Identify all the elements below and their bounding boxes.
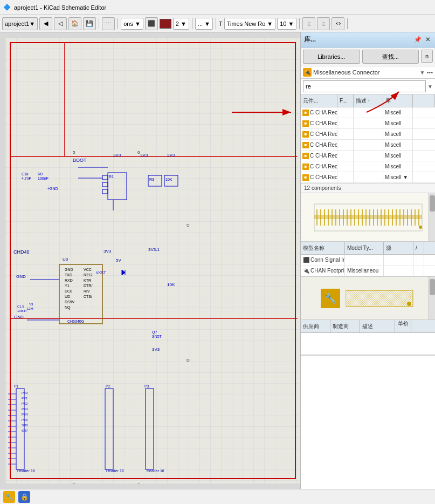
cell-lib-4: Miscell <box>383 151 413 161</box>
libraries-button[interactable]: Libraries... <box>303 50 360 64</box>
model-row-0[interactable]: ⬛ Conn Signal Integ <box>301 255 435 265</box>
layer-icon[interactable]: ⬛ <box>145 17 158 30</box>
supplier-col-description[interactable]: 描述 <box>360 320 395 332</box>
close-button[interactable]: ✕ <box>423 36 432 44</box>
font-size-dropdown[interactable]: 10 ▼ <box>277 18 296 30</box>
cell-lib-2: Miscell <box>383 129 413 139</box>
undo-btn[interactable]: ◀ <box>39 17 52 30</box>
3d-preview-scrollbar[interactable] <box>429 277 435 319</box>
svg-text:Header 16: Header 16 <box>17 469 35 473</box>
svg-point-128 <box>419 226 422 229</box>
svg-text:SR7: SR7 <box>22 429 28 432</box>
model-row-1[interactable]: 🔌 CHAN Footprint Miscellaneou <box>301 265 435 276</box>
svg-text:R0: R0 <box>38 172 43 176</box>
svg-text:Q7: Q7 <box>152 330 157 335</box>
table-row[interactable]: ■ C CHA Receptacle He Miscell <box>301 118 435 129</box>
table-row[interactable]: ■ C CHA Receptacle He Miscell <box>301 129 435 140</box>
table-row[interactable]: ■ C CHA Receptacle He Miscell ▼ <box>301 172 435 183</box>
schematic-canvas-area[interactable]: BOOT CHD40 R1 R3 10K <box>0 32 300 489</box>
table-row[interactable]: ■ C CHA Receptacle He Miscell <box>301 140 435 151</box>
svg-rect-127 <box>314 215 422 219</box>
align-left-btn[interactable]: ≡ <box>302 17 315 30</box>
supplier-body <box>301 333 435 355</box>
col-description-label: 描述 <box>356 97 367 105</box>
svg-text:100nF: 100nF <box>38 176 49 180</box>
model-col-source[interactable]: 源 <box>384 242 413 254</box>
comp-name-1: C CHA Receptacle He <box>310 120 337 126</box>
component-count: 12 components <box>301 183 435 193</box>
svg-text:GND: GND <box>65 268 73 271</box>
table-row[interactable]: ■ C CHA Receptacle He Miscell <box>301 107 435 118</box>
preview-scrollbar[interactable] <box>429 193 435 241</box>
col-header-description[interactable]: 描述 ↑ <box>354 94 383 107</box>
table-row[interactable]: ■ C CHA Receptacle He Miscell <box>301 151 435 161</box>
col-header-footprint[interactable]: F... <box>337 94 354 107</box>
library-more-btn[interactable]: ••• <box>426 69 433 76</box>
svg-point-131 <box>407 302 411 306</box>
model-col-type[interactable]: Model Ty... <box>345 242 384 254</box>
svg-text:5: 5 <box>73 482 75 483</box>
menu-item-1[interactable]: ons ▼ <box>121 18 143 30</box>
color-swatch[interactable] <box>160 19 171 29</box>
menu-more[interactable]: ⋯ <box>102 17 115 30</box>
mirror-btn[interactable]: ⇔ <box>332 17 344 30</box>
col-header-library[interactable]: 库 <box>383 94 413 107</box>
layer-num[interactable]: 2 ▼ <box>173 18 189 30</box>
toolbar-dropdown-1[interactable]: aproject1▼ <box>2 17 38 30</box>
supplier-col-price[interactable]: 单价 <box>395 320 411 332</box>
cell-desc-1 <box>354 118 383 128</box>
font-dropdown[interactable]: Times New Ro ▼ <box>224 18 276 30</box>
supplier-col-supplier[interactable]: 供应商 <box>301 320 330 332</box>
extra-button[interactable]: n <box>421 50 433 63</box>
dots-label: ... <box>198 21 203 27</box>
supplier-col-manufacturer[interactable]: 制造商 <box>330 320 360 332</box>
svg-text:R1: R1 <box>109 175 114 179</box>
preview-scrollbar-thumb[interactable] <box>430 195 435 212</box>
search-dropdown-arrow[interactable]: ▼ <box>427 84 433 90</box>
comp-icon-5: ■ <box>302 164 309 170</box>
model-cell-type-1: Miscellaneou <box>345 265 384 276</box>
font-size-label: 10 <box>280 21 286 27</box>
home-btn[interactable]: 🏠 <box>68 17 81 30</box>
svg-text:4.7nF: 4.7nF <box>22 176 31 180</box>
sep2 <box>118 18 118 29</box>
manufacturer-label: 制造商 <box>333 323 349 330</box>
svg-text:D: D <box>187 358 190 363</box>
svg-text:Y1: Y1 <box>65 284 70 288</box>
schematic-canvas[interactable]: BOOT CHD40 R1 R3 10K <box>5 38 300 483</box>
library-panel-title: 库... <box>304 35 316 44</box>
table-row[interactable]: ■ C CHA Receptacle He Miscell <box>301 161 435 172</box>
library-search-input[interactable] <box>303 80 426 92</box>
font-size-arrow: ▼ <box>288 21 294 27</box>
model-name-0: Conn Signal Integ <box>310 257 345 263</box>
library-type-icon: 🔌 <box>303 68 312 77</box>
svg-text:P1: P1 <box>14 384 19 388</box>
dots-dropdown[interactable]: ... ▼ <box>195 18 213 30</box>
undo2-btn[interactable]: ◁ <box>54 17 67 30</box>
cell-lib-6: Miscell ▼ <box>383 172 413 182</box>
model-col-name[interactable]: 模型名称 <box>301 242 345 254</box>
supplier-header-row: 供应商 制造商 描述 单价 <box>301 320 435 333</box>
save-btn[interactable]: 💾 <box>83 17 96 30</box>
schematic-svg[interactable]: BOOT CHD40 R1 R3 10K <box>5 38 300 483</box>
status-icon-1[interactable]: 🔧 <box>3 491 15 503</box>
3d-scrollbar-thumb[interactable] <box>430 279 435 295</box>
library-selector-row[interactable]: 🔌 Miscellaneous Connector ▼ ••• <box>301 66 435 79</box>
model-cell-name-0: ⬛ Conn Signal Integ <box>301 255 345 265</box>
library-panel-header: 库... 📌 ✕ <box>301 32 435 47</box>
search-button[interactable]: 查找... <box>362 50 419 64</box>
svg-text:NQ: NQ <box>65 305 71 310</box>
cell-foot-2 <box>337 129 354 139</box>
model-col-extra-label: / <box>416 245 417 251</box>
align-center-btn[interactable]: ≡ <box>317 17 330 30</box>
status-icon-2[interactable]: 🔒 <box>18 491 30 503</box>
cell-desc-6 <box>354 172 383 182</box>
pin-button[interactable]: 📌 <box>413 36 422 44</box>
svg-text:C1.5: C1.5 <box>17 305 24 308</box>
model-cell-source-1 <box>384 265 413 276</box>
col-header-component[interactable]: 元件... <box>301 94 337 107</box>
library-panel: 库... 📌 ✕ Libraries... 查找... n 🔌 Miscella… <box>300 32 435 489</box>
font-dropdown-arrow: ▼ <box>267 21 273 27</box>
model-cell-extra-1 <box>413 265 424 276</box>
svg-text:DS9V: DS9V <box>65 300 75 304</box>
